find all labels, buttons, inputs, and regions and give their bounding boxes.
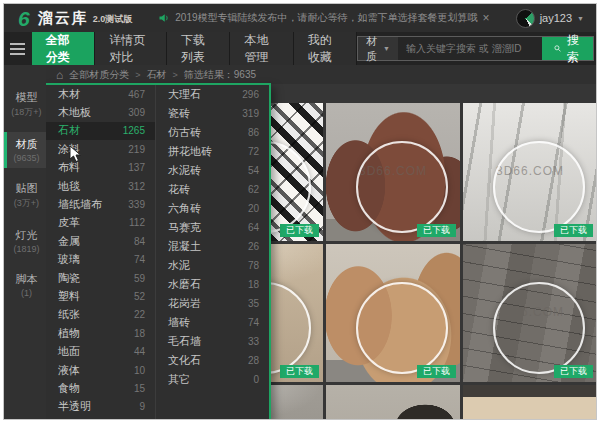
category-item[interactable]: 金属84 bbox=[46, 232, 155, 250]
category-item[interactable]: 布料137 bbox=[46, 159, 155, 177]
subcategory-item[interactable]: 文化石28 bbox=[156, 351, 269, 370]
subcategory-item[interactable]: 马赛克64 bbox=[156, 218, 269, 237]
sidebar-item-texture[interactable]: 贴图(3万+) bbox=[4, 176, 46, 215]
search-group: 材质 ▼ 搜索 bbox=[357, 36, 594, 61]
material-tile-white-marble-slab[interactable]: 3D66.COM已下载 bbox=[463, 103, 596, 241]
category-item-count: 59 bbox=[134, 273, 145, 284]
subcategory-item[interactable]: 水泥砖54 bbox=[156, 161, 269, 180]
subcategory-item-count: 78 bbox=[248, 260, 259, 271]
category-item[interactable]: 陶瓷59 bbox=[46, 269, 155, 287]
category-item-count: 15 bbox=[134, 383, 145, 394]
subcategory-item[interactable]: 瓷砖319 bbox=[156, 104, 269, 123]
menu-collapse-icon[interactable] bbox=[4, 32, 32, 65]
sidebar-item-light[interactable]: 灯光(1819) bbox=[4, 223, 46, 259]
notification-close-icon[interactable]: × bbox=[483, 11, 490, 25]
zoom-lens-icon bbox=[356, 282, 448, 374]
category-item-label: 植物 bbox=[58, 326, 80, 341]
category-item[interactable]: 木材467 bbox=[46, 85, 155, 103]
category-item-label: 液体 bbox=[58, 363, 80, 378]
subcategory-item[interactable]: 墙砖74 bbox=[156, 313, 269, 332]
category-item-label: 食物 bbox=[58, 381, 80, 396]
category-item[interactable]: 塑料52 bbox=[46, 287, 155, 305]
material-tile-beige-headboard[interactable] bbox=[463, 385, 596, 419]
subcategory-item[interactable]: 六角砖20 bbox=[156, 199, 269, 218]
sidebar-item-count: (9635) bbox=[7, 153, 46, 163]
category-list: 木材467木地板309石材1265涂料219布料137地毯312墙纸墙布339皮… bbox=[46, 85, 156, 419]
notification-text: 2019模型专辑陆续发布中，请耐心等待，如需下单选择套餐更划算哦 bbox=[175, 11, 477, 25]
category-item[interactable]: 植物18 bbox=[46, 324, 155, 342]
subcategory-item[interactable]: 花砖62 bbox=[156, 180, 269, 199]
subcategory-item[interactable]: 拼花地砖72 bbox=[156, 142, 269, 161]
subcategory-item-label: 拼花地砖 bbox=[168, 144, 212, 159]
category-item-label: 石材 bbox=[58, 123, 80, 138]
subcategory-item-label: 毛石墙 bbox=[168, 334, 201, 349]
home-icon[interactable]: ⌂ bbox=[56, 68, 63, 82]
category-item-count: 137 bbox=[128, 162, 145, 173]
breadcrumb-category[interactable]: 石材 bbox=[147, 68, 167, 82]
category-item[interactable]: 墙纸墙布339 bbox=[46, 195, 155, 213]
tab-detail-compare[interactable]: 详情页对比 bbox=[95, 32, 167, 65]
category-item[interactable]: 石材1265 bbox=[46, 122, 155, 140]
category-item-count: 52 bbox=[134, 291, 145, 302]
category-item[interactable]: 食物15 bbox=[46, 379, 155, 397]
app-version: 2.0测试版 bbox=[93, 13, 133, 26]
category-item-count: 339 bbox=[128, 199, 145, 210]
search-scope-dropdown[interactable]: 材质 ▼ bbox=[358, 37, 398, 60]
subcategory-item-label: 墙砖 bbox=[168, 315, 190, 330]
search-button[interactable]: 搜索 bbox=[542, 37, 593, 60]
category-item[interactable]: 半透明9 bbox=[46, 398, 155, 416]
category-item-label: 皮革 bbox=[58, 215, 80, 230]
subcategory-item[interactable]: 大理石296 bbox=[156, 85, 269, 104]
subcategory-item-count: 62 bbox=[248, 184, 259, 195]
category-item[interactable]: 地面44 bbox=[46, 342, 155, 360]
category-item-count: 84 bbox=[134, 236, 145, 247]
page: 6 溜云库 2.0测试版 2019模型专辑陆续发布中，请耐心等待，如需下单选择套… bbox=[0, 0, 600, 431]
subcategory-item-count: 74 bbox=[248, 317, 259, 328]
subcategory-item[interactable]: 水泥78 bbox=[156, 256, 269, 275]
material-tile-brown-clay-vases[interactable]: 3D66.COM已下载 bbox=[326, 103, 460, 241]
category-item[interactable]: 液体10 bbox=[46, 361, 155, 379]
category-item[interactable]: 纸张22 bbox=[46, 306, 155, 324]
avatar bbox=[516, 9, 535, 28]
sidebar-item-label: 模型 bbox=[7, 90, 46, 105]
category-item-count: 74 bbox=[134, 254, 145, 265]
breadcrumb-root[interactable]: 全部材质分类 bbox=[69, 68, 129, 82]
subcategory-item[interactable]: 毛石墙33 bbox=[156, 332, 269, 351]
category-item[interactable]: 玻璃74 bbox=[46, 251, 155, 269]
tab-local-manage[interactable]: 本地管理 bbox=[230, 32, 293, 65]
category-item-count: 18 bbox=[134, 328, 145, 339]
category-item[interactable]: 木地板309 bbox=[46, 103, 155, 121]
search-input[interactable] bbox=[398, 37, 542, 60]
subcategory-item[interactable]: 花岗岩35 bbox=[156, 294, 269, 313]
category-item[interactable]: 皮革112 bbox=[46, 214, 155, 232]
category-item-label: 木材 bbox=[58, 87, 80, 102]
breadcrumb-separator: > bbox=[135, 70, 140, 80]
material-tile-terracotta-pots[interactable]: 已下载 bbox=[326, 244, 460, 382]
sidebar-item-material[interactable]: 材质(9635) bbox=[4, 132, 46, 168]
category-item-count: 44 bbox=[134, 346, 145, 357]
tab-all-categories[interactable]: 全部分类 bbox=[32, 32, 95, 65]
subcategory-item[interactable]: 混凝土26 bbox=[156, 237, 269, 256]
subcategory-item-count: 18 bbox=[248, 279, 259, 290]
sidebar-item-model[interactable]: 模型(18万+) bbox=[4, 85, 46, 124]
category-item[interactable]: 涂料219 bbox=[46, 140, 155, 158]
subcategory-item[interactable]: 水磨石18 bbox=[156, 275, 269, 294]
user-menu[interactable]: jay123 ▼ bbox=[516, 9, 584, 28]
subcategory-item-count: 35 bbox=[248, 298, 259, 309]
subcategory-item-label: 六角砖 bbox=[168, 201, 201, 216]
subcategory-item[interactable]: 仿古砖86 bbox=[156, 123, 269, 142]
material-tile-dark-cream-vases[interactable] bbox=[326, 385, 460, 419]
material-tile-gray-wood-floor[interactable]: 3D66.COM已下载 bbox=[463, 244, 596, 382]
downloaded-badge: 已下载 bbox=[554, 365, 593, 378]
category-item-count: 10 bbox=[134, 365, 145, 376]
category-item-count: 1265 bbox=[123, 125, 145, 136]
search-icon bbox=[554, 43, 561, 54]
title-bar: 6 溜云库 2.0测试版 2019模型专辑陆续发布中，请耐心等待，如需下单选择套… bbox=[4, 4, 596, 32]
sidebar-item-script[interactable]: 脚本(1) bbox=[4, 267, 46, 303]
category-item-label: 地毯 bbox=[58, 179, 80, 194]
subcategory-item[interactable]: 其它0 bbox=[156, 370, 269, 389]
sidebar-item-count: (18万+) bbox=[7, 106, 46, 119]
category-item[interactable]: 地毯312 bbox=[46, 177, 155, 195]
tab-my-favorites[interactable]: 我的收藏 bbox=[294, 32, 357, 65]
tab-download-list[interactable]: 下载列表 bbox=[167, 32, 230, 65]
